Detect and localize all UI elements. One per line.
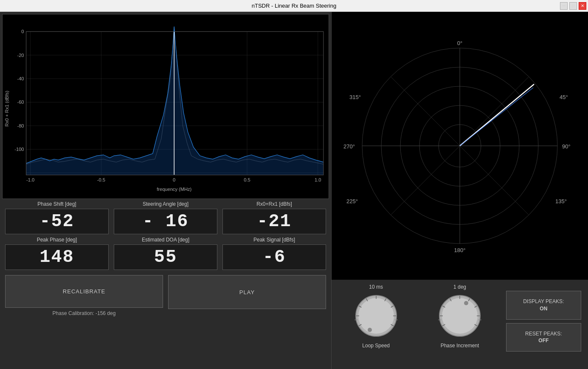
- recalibrate-button[interactable]: RECALIBRATE: [5, 275, 163, 308]
- reset-peaks-line1: RESET PEAKS:: [512, 330, 576, 338]
- svg-text:0°: 0°: [457, 40, 462, 46]
- svg-text:315°: 315°: [349, 94, 361, 100]
- bottom-action-row: RECALIBRATE Phase Calibration: -156 deg …: [0, 272, 331, 320]
- peak-signal-group: Peak Signal [dBfs] -6: [222, 237, 326, 270]
- polar-chart-area: 0° 45° 90° 135° 180° 225° 270° 315°: [332, 12, 588, 280]
- metrics-row-1: Phase Shift [deg] -52 Steering Angle [de…: [0, 201, 331, 234]
- peak-phase-group: Peak Phase [deg] 148: [5, 237, 109, 270]
- svg-text:–: –: [394, 316, 398, 323]
- reset-peaks-line2: OFF: [512, 337, 576, 344]
- loop-speed-section: 10 ms: [338, 284, 414, 349]
- close-button[interactable]: ✕: [579, 2, 586, 10]
- maximize-button[interactable]: □: [569, 2, 577, 10]
- svg-text:-0.5: -0.5: [97, 177, 105, 182]
- bottom-controls: 10 ms: [332, 280, 588, 369]
- right-panel: 0° 45° 90° 135° 180° 225° 270° 315° 10 m…: [331, 12, 588, 369]
- svg-text:Rx0 + Rx1 (dBfs): Rx0 + Rx1 (dBfs): [4, 91, 9, 127]
- svg-text:-100: -100: [14, 147, 24, 152]
- display-peaks-button[interactable]: DISPLAY PEAKS: ON: [506, 291, 581, 320]
- svg-text:90°: 90°: [562, 143, 571, 150]
- svg-text:0: 0: [173, 177, 175, 182]
- peak-signal-label: Peak Signal [dBfs]: [253, 237, 295, 243]
- svg-text:–: –: [478, 316, 481, 323]
- peak-phase-label: Peak Phase [deg]: [37, 237, 77, 243]
- rx-sum-label: Rx0+Rx1 [dBfs]: [256, 201, 292, 207]
- metrics-row-2: Peak Phase [deg] 148 Estimated DOA [deg]…: [0, 237, 331, 270]
- svg-text:45°: 45°: [560, 94, 568, 100]
- recalibrate-section: RECALIBRATE Phase Calibration: -156 deg: [5, 275, 163, 316]
- title-bar: nTSDR - Linear Rx Beam Steering ─ □ ✕: [0, 0, 588, 12]
- svg-text:225°: 225°: [346, 198, 358, 204]
- svg-text:270°: 270°: [343, 143, 355, 150]
- svg-text:-80: -80: [17, 123, 24, 128]
- estimated-doa-label: Estimated DOA [deg]: [142, 237, 189, 243]
- svg-point-74: [464, 301, 468, 305]
- svg-text:–: –: [354, 316, 358, 323]
- loop-speed-label: Loop Speed: [362, 343, 390, 349]
- svg-text:0: 0: [21, 29, 24, 34]
- main-content: Rx0 + Rx1 (dBfs) 0 -20 -40 -60 -80 -100 …: [0, 12, 588, 369]
- estimated-doa-group: Estimated DOA [deg] 55: [114, 237, 217, 270]
- phase-increment-label: Phase Increment: [441, 343, 479, 349]
- rx-sum-group: Rx0+Rx1 [dBfs] -21: [222, 201, 326, 234]
- minimize-button[interactable]: ─: [560, 2, 568, 10]
- play-button[interactable]: PLAY: [168, 275, 326, 309]
- reset-peaks-button[interactable]: RESET PEAKS: OFF: [506, 323, 581, 352]
- svg-text:frequency (MHz): frequency (MHz): [157, 187, 191, 192]
- svg-text:-20: -20: [17, 53, 24, 58]
- loop-speed-knob[interactable]: – –: [353, 292, 400, 339]
- svg-text:–: –: [438, 316, 442, 323]
- svg-text:-1.0: -1.0: [26, 177, 34, 182]
- peak-signal-display: -6: [222, 244, 326, 270]
- peak-phase-display: 148: [5, 244, 109, 270]
- svg-text:-40: -40: [17, 76, 24, 81]
- svg-text:135°: 135°: [555, 198, 567, 204]
- phase-shift-group: Phase Shift [deg] -52: [5, 201, 109, 234]
- steering-angle-group: Steering Angle [deg] - 16: [114, 201, 217, 234]
- steering-angle-display: - 16: [114, 209, 217, 234]
- play-section: PLAY: [168, 275, 326, 309]
- phase-shift-display: -52: [5, 209, 109, 234]
- window-title: nTSDR - Linear Rx Beam Steering: [252, 3, 336, 9]
- phase-shift-label: Phase Shift [deg]: [37, 201, 76, 207]
- window-controls: ─ □ ✕: [560, 2, 586, 10]
- button-section: DISPLAY PEAKS: ON RESET PEAKS: OFF: [506, 291, 581, 352]
- display-peaks-line2: ON: [512, 305, 576, 312]
- left-panel: Rx0 + Rx1 (dBfs) 0 -20 -40 -60 -80 -100 …: [0, 12, 331, 369]
- steering-angle-label: Steering Angle [deg]: [143, 201, 188, 207]
- svg-text:0.5: 0.5: [244, 177, 250, 182]
- loop-speed-value: 10 ms: [369, 284, 383, 290]
- phase-increment-section: 1 deg: [422, 284, 497, 349]
- display-peaks-line1: DISPLAY PEAKS:: [512, 298, 576, 305]
- phase-increment-knob[interactable]: – –: [436, 292, 483, 339]
- rx-sum-display: -21: [222, 209, 326, 234]
- svg-point-50: [358, 298, 394, 334]
- svg-text:-60: -60: [17, 99, 24, 105]
- svg-point-60: [368, 328, 372, 332]
- svg-text:180°: 180°: [454, 247, 466, 253]
- phase-increment-value: 1 deg: [453, 284, 466, 290]
- spectrum-chart: Rx0 + Rx1 (dBfs) 0 -20 -40 -60 -80 -100 …: [2, 14, 329, 199]
- estimated-doa-display: 55: [114, 244, 217, 270]
- svg-point-64: [442, 298, 478, 334]
- svg-text:1.0: 1.0: [315, 177, 321, 182]
- phase-calibration-text: Phase Calibration: -156 deg: [5, 310, 163, 316]
